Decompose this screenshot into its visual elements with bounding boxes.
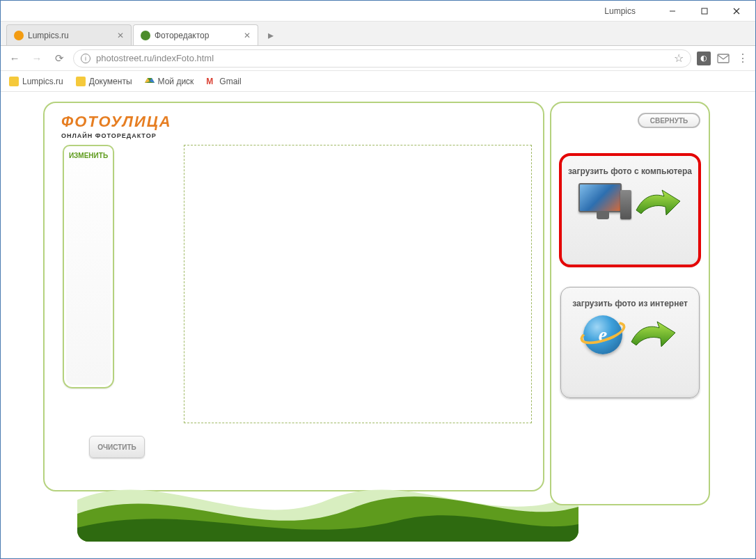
- photo-canvas[interactable]: [184, 145, 532, 423]
- mail-icon[interactable]: [716, 52, 730, 65]
- upload-from-internet-button[interactable]: загрузить фото из интернет: [560, 287, 700, 398]
- close-button[interactable]: [720, 1, 753, 21]
- minimize-button[interactable]: [656, 1, 688, 21]
- favicon-icon: [14, 31, 24, 40]
- bookmark-item[interactable]: Мой диск: [145, 77, 194, 86]
- url-text: photostreet.ru/indexFoto.html: [96, 53, 214, 63]
- bookmark-star-icon[interactable]: ☆: [674, 52, 684, 65]
- bookmark-item[interactable]: M Gmail: [206, 77, 241, 86]
- window-titlebar: Lumpics: [1, 1, 755, 22]
- nav-back-button[interactable]: ←: [6, 50, 23, 67]
- bookmarks-bar: Lumpics.ru Документы Мой диск M Gmail: [1, 71, 755, 92]
- nav-forward-button[interactable]: →: [29, 50, 45, 67]
- location-icon[interactable]: ◐: [697, 52, 711, 65]
- computer-icon: [578, 183, 627, 223]
- upload-side-panel: СВЕРНУТЬ загрузить фото с компьютера: [550, 102, 710, 505]
- gmail-icon: M: [206, 77, 216, 86]
- browser-tabstrip: Lumpics.ru ✕ Фоторедактор ✕ ▸: [1, 22, 755, 46]
- maximize-button[interactable]: [688, 1, 720, 21]
- browser-tab-active[interactable]: Фоторедактор ✕: [133, 24, 258, 45]
- app-logo: ФОТОУЛИЦА ОНЛАЙН ФОТОРЕДАКТОР: [61, 113, 172, 139]
- folder-icon: [9, 77, 19, 86]
- window-title: Lumpics: [604, 6, 636, 16]
- svg-rect-1: [702, 8, 707, 14]
- sidebar-edit-tab[interactable]: ИЗМЕНИТЬ: [63, 145, 114, 388]
- bookmark-item[interactable]: Документы: [76, 77, 132, 86]
- arrow-right-icon: [633, 186, 682, 221]
- arrow-right-icon: [628, 317, 677, 352]
- site-info-icon[interactable]: i: [81, 54, 90, 63]
- url-input[interactable]: i photostreet.ru/indexFoto.html ☆: [73, 49, 691, 68]
- upload-card-title: загрузить фото из интернет: [568, 299, 692, 308]
- logo-title: ФОТОУЛИЦА: [61, 113, 172, 131]
- svg-rect-4: [718, 54, 729, 63]
- collapse-button[interactable]: СВЕРНУТЬ: [638, 113, 700, 128]
- new-tab-button[interactable]: ▸: [262, 26, 279, 43]
- internet-explorer-icon: [583, 315, 622, 354]
- clear-button[interactable]: ОЧИСТИТЬ: [89, 436, 145, 458]
- tab-close-icon[interactable]: ✕: [244, 31, 251, 40]
- folder-icon: [76, 77, 86, 86]
- address-bar: ← → ⟳ i photostreet.ru/indexFoto.html ☆ …: [1, 46, 755, 71]
- sidebar-tab-label: ИЗМЕНИТЬ: [64, 146, 113, 159]
- tab-close-icon[interactable]: ✕: [117, 31, 124, 40]
- nav-reload-button[interactable]: ⟳: [51, 50, 68, 67]
- browser-tab[interactable]: Lumpics.ru ✕: [6, 24, 132, 45]
- decorative-wave: [77, 458, 578, 542]
- menu-icon[interactable]: ⋮: [736, 52, 750, 65]
- bookmark-item[interactable]: Lumpics.ru: [9, 77, 63, 86]
- page-viewport: ФОТОУЛИЦА ОНЛАЙН ФОТОРЕДАКТОР ИЗМЕНИТЬ О…: [1, 92, 755, 558]
- editor-main-panel: ФОТОУЛИЦА ОНЛАЙН ФОТОРЕДАКТОР ИЗМЕНИТЬ О…: [43, 102, 544, 491]
- logo-subtitle: ОНЛАЙН ФОТОРЕДАКТОР: [61, 132, 172, 139]
- favicon-icon: [141, 31, 150, 40]
- tab-label: Lumpics.ru: [28, 31, 69, 40]
- drive-icon: [145, 77, 155, 86]
- upload-from-computer-button[interactable]: загрузить фото с компьютера: [560, 155, 700, 266]
- upload-card-title: загрузить фото с компьютера: [568, 166, 692, 176]
- tab-label: Фоторедактор: [155, 31, 209, 40]
